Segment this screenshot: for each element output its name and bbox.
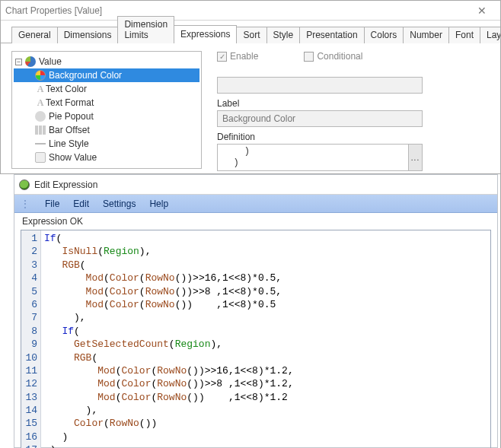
tree-item-label: Background Color xyxy=(49,70,122,81)
menu-grip-icon: ⋮ xyxy=(21,199,28,209)
label-field-label: Label xyxy=(217,98,490,109)
definition-input[interactable]: ) ) ... xyxy=(217,144,423,171)
conditional-label: Conditional xyxy=(317,51,362,62)
tab-style[interactable]: Style xyxy=(266,27,301,43)
tab-number[interactable]: Number xyxy=(403,27,449,43)
tree-root-label: Value xyxy=(39,56,62,67)
conditional-checkbox[interactable] xyxy=(304,52,314,62)
tree-item-label: Line Style xyxy=(49,138,89,149)
dialog-title: Chart Properties [Value] xyxy=(5,1,468,21)
tab-sort[interactable]: Sort xyxy=(236,27,266,43)
expression-status: Expression OK xyxy=(14,213,497,228)
code-area[interactable]: If( IsNull(Region), RGB( Mod(Color(RowNo… xyxy=(41,230,490,448)
edit-expression-titlebar[interactable]: Edit Expression xyxy=(14,175,497,195)
tree-item-bar-offset[interactable]: Bar Offset xyxy=(14,123,199,137)
tab-presentation[interactable]: Presentation xyxy=(299,27,364,43)
show-icon xyxy=(35,152,46,163)
palette-icon xyxy=(35,70,46,81)
tree-item-label: Text Color xyxy=(46,84,87,94)
qlikview-icon xyxy=(19,180,30,190)
tree-item-label: Show Value xyxy=(49,152,97,163)
menu-bar: ⋮ File Edit Settings Help xyxy=(14,195,497,213)
definition-expand-button[interactable]: ... xyxy=(408,145,422,170)
bar-icon xyxy=(35,126,46,135)
expression-editor[interactable]: 1234567891011121314151617 If( IsNull(Reg… xyxy=(21,230,491,448)
tree-item-line-style[interactable]: Line Style xyxy=(14,137,199,151)
definition-text: ) ) xyxy=(218,145,408,170)
menu-file[interactable]: File xyxy=(45,199,59,209)
tree-item-show-value[interactable]: Show Value xyxy=(14,151,199,164)
tree-item-text-format[interactable]: AText Format xyxy=(14,96,199,110)
enable-label: Enable xyxy=(230,51,258,62)
line-icon xyxy=(35,139,46,148)
line-gutter: 1234567891011121314151617 xyxy=(21,230,41,448)
tab-expressions[interactable]: Expressions xyxy=(174,25,237,43)
tree-root[interactable]: − Value xyxy=(14,55,199,68)
expression-tree[interactable]: − Value Background ColorAText ColorAText… xyxy=(11,51,202,169)
edit-expression-title: Edit Expression xyxy=(34,180,97,190)
definition-field-label: Definition xyxy=(217,132,490,142)
tree-item-text-color[interactable]: AText Color xyxy=(14,82,199,96)
tree-item-label: Text Format xyxy=(46,97,94,108)
A-icon: A xyxy=(35,84,46,95)
tree-item-label: Bar Offset xyxy=(49,125,90,135)
chart-properties-titlebar[interactable]: Chart Properties [Value] ✕ xyxy=(1,1,500,21)
enable-checkbox[interactable] xyxy=(217,52,227,62)
popout-icon xyxy=(35,111,46,122)
tab-colors[interactable]: Colors xyxy=(364,27,404,43)
tab-bar: GeneralDimensionsDimension LimitsExpress… xyxy=(1,21,500,43)
tab-general[interactable]: General xyxy=(11,27,58,43)
menu-edit[interactable]: Edit xyxy=(73,199,89,209)
menu-settings[interactable]: Settings xyxy=(103,199,136,209)
pie-chart-icon xyxy=(25,56,36,67)
conditional-input[interactable] xyxy=(217,77,423,94)
tree-item-background-color[interactable]: Background Color xyxy=(14,68,199,82)
edit-expression-dialog: Edit Expression ⋮ File Edit Settings Hel… xyxy=(14,174,498,448)
tab-layout[interactable]: Layout xyxy=(480,27,501,43)
close-icon[interactable]: ✕ xyxy=(468,1,496,21)
collapse-icon[interactable]: − xyxy=(15,59,22,65)
tab-dimension-limits[interactable]: Dimension Limits xyxy=(117,16,174,43)
tree-item-label: Pie Popout xyxy=(49,111,94,122)
label-input[interactable]: Background Color xyxy=(217,110,423,127)
A-icon: A xyxy=(35,97,46,109)
menu-help[interactable]: Help xyxy=(149,199,168,209)
chart-properties-dialog: Chart Properties [Value] ✕ GeneralDimens… xyxy=(0,0,501,174)
tree-item-pie-popout[interactable]: Pie Popout xyxy=(14,110,199,123)
properties-panel: Enable Conditional Label Background Colo… xyxy=(217,51,490,188)
tab-font[interactable]: Font xyxy=(448,27,480,43)
tab-dimensions[interactable]: Dimensions xyxy=(57,27,119,43)
label-input-value: Background Color xyxy=(222,113,295,124)
